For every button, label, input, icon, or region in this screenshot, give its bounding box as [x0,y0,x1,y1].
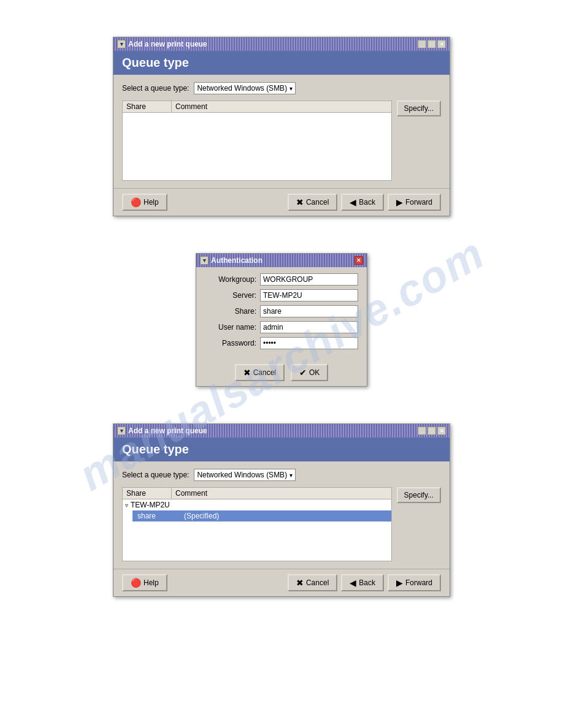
dialog2-help-icon: 🔴 [131,578,141,588]
forward-button[interactable]: ▶ Forward [388,194,441,211]
cancel-icon: ✖ [296,197,304,207]
auth-close-button[interactable]: ✕ [354,256,363,265]
username-row: User name: [205,321,358,333]
workgroup-row: Workgroup: [205,273,358,286]
dialog2-maximize-button[interactable]: □ [427,427,436,435]
server-row: Server: [205,289,358,301]
col-share-header: Share [123,101,172,112]
dialog2-footer-right: ✖ Cancel ◀ Back ▶ Forward [288,574,441,591]
dialog2-col-comment-header: Comment [172,488,391,499]
dialog2-specify-button[interactable]: Specify... [397,487,441,503]
dialog1-queue-header: Queue type [113,51,450,75]
share-row: Share: [205,305,358,317]
select-label: Select a queue type: [122,84,189,93]
dialog1-footer: 🔴 Help ✖ Cancel ◀ Back ▶ Forward [113,188,450,216]
workgroup-input[interactable] [260,273,358,286]
password-input[interactable] [260,337,358,349]
dialog2-title-left: ▾ Add a new print queue [117,427,207,435]
back-button[interactable]: ◀ Back [341,194,384,211]
table-body [123,113,391,180]
dialog2-window: ▾ Add a new print queue _ □ ✕ Queue type… [113,423,450,597]
share-table: Share Comment [122,100,392,181]
cancel-button[interactable]: ✖ Cancel [288,194,337,211]
share-input[interactable] [260,305,358,317]
table-area: Share Comment Specify... [122,100,441,181]
page-container: ▾ Add a new print queue _ □ ✕ Queue type… [0,0,563,634]
server-input[interactable] [260,289,358,301]
share-label: Share: [205,307,256,316]
auth-cancel-button[interactable]: ✖ Cancel [235,364,285,381]
dialog2-title-buttons: _ □ ✕ [418,427,446,435]
footer-right: ✖ Cancel ◀ Back ▶ Forward [288,194,441,211]
auth-chevron-icon[interactable]: ▾ [200,256,209,265]
col-comment-header: Comment [172,101,391,112]
dialog2-close-button[interactable]: ✕ [437,427,446,435]
back-icon: ◀ [350,197,356,207]
workgroup-label: Workgroup: [205,275,256,284]
dialog1-content: Select a queue type: Networked Windows (… [113,75,450,188]
title-bar-buttons: _ □ ✕ [418,40,446,48]
auth-content: Workgroup: Server: Share: User name: Pas… [196,267,367,359]
auth-ok-button[interactable]: ✔ OK [291,364,328,381]
dialog2-title-bar: ▾ Add a new print queue _ □ ✕ [113,424,450,438]
select-arrow-icon: ▾ [289,85,293,92]
tree-server-row[interactable]: ▿ TEW-MP2U [123,499,391,510]
queue-type-select[interactable]: Networked Windows (SMB) ▾ [194,82,296,94]
dialog2-content: Select a queue type: Networked Windows (… [113,461,450,569]
dialog2-select-label: Select a queue type: [122,471,189,479]
dialog2-select-row: Select a queue type: Networked Windows (… [122,469,441,481]
title-bar-left: ▾ Add a new print queue [117,40,207,48]
chevron-icon[interactable]: ▾ [117,40,126,48]
tree-arrow-icon: ▿ [125,502,128,509]
dialog2-chevron-icon[interactable]: ▾ [117,427,126,435]
auth-cancel-icon: ✖ [243,368,251,377]
dialog2-table-area: Share Comment ▿ TEW-MP2U share (Specifie… [122,487,441,561]
dialog2-back-button[interactable]: ◀ Back [341,574,384,591]
table-header: Share Comment [123,101,391,113]
dialog2-forward-button[interactable]: ▶ Forward [388,574,441,591]
dialog2-footer: 🔴 Help ✖ Cancel ◀ Back ▶ Forward [113,569,450,596]
maximize-button[interactable]: □ [427,40,436,48]
select-row: Select a queue type: Networked Windows (… [122,82,441,94]
dialog2-table-header: Share Comment [123,488,391,499]
dialog2-title: Add a new print queue [128,427,207,435]
help-button[interactable]: 🔴 Help [122,194,167,211]
auth-footer: ✖ Cancel ✔ OK [196,359,367,386]
forward-icon: ▶ [396,197,403,207]
server-label: Server: [205,291,256,300]
minimize-button[interactable]: _ [418,40,426,48]
username-label: User name: [205,323,256,332]
tree-share-comment: (Specified) [184,512,389,520]
dialog2-queue-header: Queue type [113,438,450,461]
dialog2-queue-type-select[interactable]: Networked Windows (SMB) ▾ [194,469,296,481]
dialog1-window: ▾ Add a new print queue _ □ ✕ Queue type… [113,37,450,216]
auth-title: Authentication [211,256,262,265]
auth-dialog: ▾ Authentication ✕ Workgroup: Server: Sh… [196,253,367,387]
auth-title-left: ▾ Authentication [200,256,262,265]
auth-title-bar: ▾ Authentication ✕ [196,254,367,267]
tree-server-name: TEW-MP2U [131,501,170,509]
auth-ok-icon: ✔ [299,368,307,377]
dialog2-cancel-icon: ✖ [296,578,304,588]
username-input[interactable] [260,321,358,333]
dialog2-help-button[interactable]: 🔴 Help [122,574,167,591]
password-label: Password: [205,339,256,347]
tree-empty-space [123,521,391,558]
close-button[interactable]: ✕ [437,40,446,48]
dialog2-table-body: ▿ TEW-MP2U share (Specified) [123,499,391,561]
dialog2-share-table: Share Comment ▿ TEW-MP2U share (Specifie… [122,487,392,561]
dialog2-cancel-button[interactable]: ✖ Cancel [288,574,337,591]
specify-button[interactable]: Specify... [397,100,441,116]
dialog2-minimize-button[interactable]: _ [418,427,426,435]
help-icon: 🔴 [131,197,141,207]
tree-share-row[interactable]: share (Specified) [132,510,391,521]
dialog2-select-arrow-icon: ▾ [289,472,293,479]
dialog2-back-icon: ◀ [350,578,356,588]
dialog2-col-share-header: Share [123,488,172,499]
tree-share-name: share [135,512,184,520]
password-row: Password: [205,337,358,349]
dialog2-forward-icon: ▶ [396,578,403,588]
dialog1-title: Add a new print queue [128,40,207,48]
dialog1-title-bar: ▾ Add a new print queue _ □ ✕ [113,37,450,51]
